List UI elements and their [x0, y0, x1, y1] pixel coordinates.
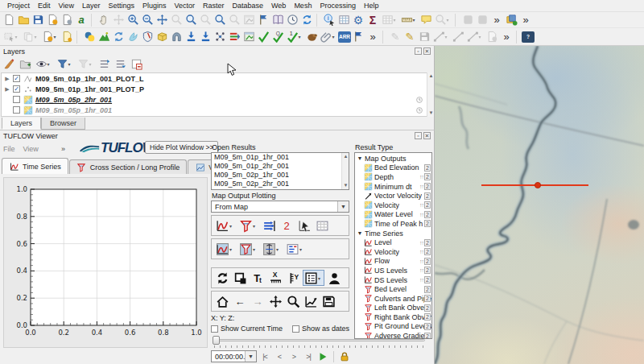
zoom-in-icon[interactable] [126, 13, 140, 27]
save-plot-icon[interactable] [320, 293, 336, 309]
dropdown-arrow-icon[interactable]: ▾ [299, 246, 304, 252]
forward-icon[interactable]: → [250, 293, 266, 309]
layer-overflow-chevron[interactable]: » [518, 13, 533, 27]
plot-table-icon[interactable] [314, 217, 330, 234]
lock-axes-button[interactable] [338, 351, 351, 362]
zoom-last-icon[interactable] [213, 13, 227, 27]
style-manager-icon[interactable] [45, 13, 60, 27]
identify-icon[interactable]: i [322, 13, 336, 27]
pan-plot-icon[interactable] [267, 293, 283, 309]
crayfish-icon[interactable] [126, 30, 140, 44]
group-collapse-icon[interactable]: ▼ [357, 155, 363, 161]
toggle-editing-icon[interactable]: ✎ [402, 30, 417, 44]
expand-all-icon[interactable] [97, 56, 111, 71]
prev-timestep-button[interactable]: < [273, 351, 286, 362]
dropdown-arrow-icon[interactable]: ▾ [47, 61, 52, 67]
dropdown-arrow-icon[interactable]: ▾ [15, 34, 20, 39]
expander-icon[interactable]: ▶ [4, 86, 10, 93]
last-timestep-button[interactable]: >| [302, 351, 315, 362]
secondary-axis-arrows-icon[interactable]: ↑↑ [419, 212, 423, 217]
menu-vector[interactable]: Vector [170, 1, 199, 10]
panel-tab-layers[interactable]: Layers [2, 118, 41, 130]
tree-group-time-series[interactable]: ▼Time Series [355, 229, 431, 238]
open-project-icon[interactable] [16, 13, 31, 27]
secondary-axis-arrows-icon[interactable]: ↑↑ [419, 277, 423, 283]
result-type-item[interactable]: Velocity↑↑2 [355, 201, 431, 210]
open-result-item[interactable]: M09_5m_02p_2hr_001 [212, 180, 349, 188]
result-type-item[interactable]: Minimum dt↑↑2 [355, 182, 431, 192]
stack-lines-icon[interactable] [227, 30, 242, 44]
layer-row[interactable]: ▶✓M09_5m_01p_1hr_001_PLOT_P [2, 84, 427, 94]
layer-visibility-checkbox[interactable]: ✓ [13, 85, 20, 93]
menu-layer[interactable]: Layer [78, 1, 105, 10]
layer-name[interactable]: M09_5m_05p_2hr_001 [35, 96, 112, 104]
result-type-item[interactable]: Bed Elevation2 [355, 163, 431, 173]
deselect-icon[interactable]: ▾ [21, 30, 40, 44]
layers-close-button[interactable]: ✕ [423, 48, 431, 55]
menu-processing[interactable]: Processing [316, 1, 360, 10]
dropdown-arrow-icon[interactable]: ▾ [276, 246, 281, 252]
menu-edit[interactable]: Edit [34, 1, 55, 10]
layer-name[interactable]: M09_5m_05p_1hr_001 [35, 106, 112, 114]
zoom-to-layer-icon[interactable] [184, 13, 198, 27]
first-timestep-button[interactable]: |< [258, 351, 271, 362]
user-plot-icon[interactable] [326, 270, 342, 286]
secondary-axis-arrows-icon[interactable]: ↑↑ [419, 202, 423, 208]
zoom-out-icon[interactable] [140, 13, 155, 27]
shield-icon[interactable] [140, 30, 155, 44]
axis-limits-icon[interactable] [303, 293, 319, 309]
remove-layer-icon[interactable] [129, 56, 143, 71]
zoom-tools-icon[interactable]: ▾ [433, 13, 452, 27]
axis-fonts-icon[interactable]: Tt [250, 270, 266, 286]
dropdown-arrow-icon[interactable]: ▾ [447, 17, 452, 23]
layer-row[interactable]: M09_5m_05p_1hr_001 [2, 105, 427, 115]
add-group-icon[interactable] [18, 56, 32, 71]
menu-help[interactable]: Help [360, 1, 383, 10]
select-plot-icon[interactable] [296, 217, 312, 234]
dropdown-arrow-icon[interactable]: ▾ [35, 34, 39, 39]
notes-icon[interactable] [485, 30, 499, 44]
refresh-plot-icon[interactable] [214, 270, 230, 286]
menu-web[interactable]: Web [267, 1, 290, 10]
open-result-item[interactable]: M09_5m_02p_1hr_001 [212, 171, 349, 180]
result-type-item[interactable]: Level↑↑2 [355, 238, 431, 247]
tuflow-menu-view[interactable]: View [23, 145, 39, 153]
legend-toggle-icon[interactable]: ▾ [303, 270, 324, 286]
layer-name[interactable]: M09_5m_01p_1hr_001_PLOT_P [35, 85, 144, 93]
map-canvas[interactable] [435, 46, 644, 364]
edit-overflow-chevron[interactable]: » [499, 30, 514, 44]
arr-icon[interactable]: ARR [338, 31, 351, 43]
measure-icon[interactable]: ▾ [399, 13, 419, 27]
annotation-icon[interactable]: a [74, 13, 89, 27]
group-collapse-icon[interactable]: ▼ [357, 230, 363, 236]
layers-float-button[interactable]: ▫ [415, 48, 422, 55]
axis-2-badge[interactable]: 2 [424, 304, 431, 312]
tree-group-map-outputs[interactable]: ▼Map Outputs [355, 154, 431, 163]
axis-2-badge[interactable]: 2 [424, 248, 431, 255]
axis-2-badge[interactable]: 2 [424, 220, 431, 227]
cs-with-map-icon[interactable]: ▾ [237, 241, 259, 257]
dropdown-arrow-icon[interactable]: ▾ [229, 246, 234, 252]
dropdown-arrow-icon[interactable]: ▾ [394, 17, 398, 23]
result-type-item[interactable]: Bed Level2 [355, 284, 431, 294]
result-type-item[interactable]: Vector Velocity2 [355, 191, 431, 201]
platypus-icon[interactable] [304, 30, 319, 44]
ts-with-map-icon[interactable]: ▾ [214, 241, 236, 257]
result-type-item[interactable]: Adverse Gradient2 [355, 331, 431, 339]
back-icon[interactable]: ← [232, 293, 248, 309]
secondary-axis-arrows-icon[interactable]: ↑↑ [419, 184, 423, 189]
import-download-icon[interactable] [184, 30, 198, 44]
axis-2-badge[interactable]: 2 [424, 211, 431, 218]
tuflow-float-button[interactable]: ▫ [415, 132, 422, 139]
result-type-item[interactable]: Velocity↑↑2 [355, 247, 431, 257]
cheese-icon[interactable] [155, 30, 169, 44]
result-type-item[interactable]: Water Level↑↑2 [355, 210, 431, 220]
time-slider-handle[interactable] [213, 336, 220, 345]
dropdown-arrow-icon[interactable]: ▾ [253, 246, 258, 252]
paste-style-icon[interactable] [60, 30, 74, 44]
pin-labels-icon[interactable] [475, 13, 489, 27]
result-type-item[interactable]: Culverts and Pipes2 [355, 294, 431, 304]
plot-cross-section-icon[interactable]: ▾ [237, 217, 259, 234]
tab-cross-section-long-profile[interactable]: Cross Section / Long Profile [69, 159, 188, 174]
plot-timeseries-icon[interactable]: ▾ [214, 217, 236, 234]
